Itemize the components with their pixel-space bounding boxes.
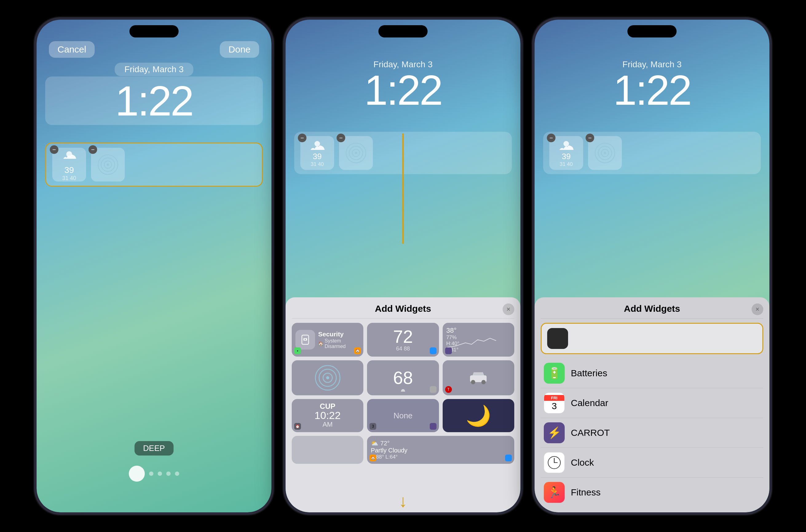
phone-1-screen: Cancel Done Friday, March 3 1:22 (37, 20, 271, 512)
minus-badge-weather[interactable]: − (50, 145, 58, 154)
app-row-fitness[interactable]: 🏃 Fitness (541, 478, 763, 507)
lock-date-1: Friday, March 3 (125, 64, 184, 74)
time-box-1: 1:22 (45, 76, 263, 125)
svg-point-9 (355, 152, 357, 154)
widget-cell-radar[interactable] (292, 360, 363, 395)
widget-row-3: − 39 31 40 − (543, 132, 761, 174)
phone-2: Friday, March 3 1:22 − 39 31 4 (283, 17, 523, 515)
widget-cell-cup[interactable]: CUP 10:22 AM ⏰ (292, 399, 363, 432)
silent-button-3[interactable] (532, 142, 533, 170)
svg-point-16 (326, 376, 329, 379)
minus-badge-weather-2[interactable]: − (298, 134, 307, 142)
widget-cell-72[interactable]: 72 64 88 (367, 323, 439, 357)
minus-badge-radar-3[interactable]: − (586, 134, 594, 142)
temp-38: 38° (446, 326, 511, 335)
volume-down-button[interactable] (34, 106, 35, 133)
widget-cell-partly-cloudy[interactable]: ⛅72° Partly Cloudy H:88° L:64° 🏠 (367, 436, 514, 464)
weather-widget-2[interactable]: − 39 31 40 (300, 136, 334, 170)
volume-up-button[interactable] (34, 75, 35, 93)
app-row-calendar[interactable]: FRI 3 Calendar (541, 388, 763, 418)
widget-cell-security[interactable]: Security 🏠 System Disarmed ▪ 🏠 (292, 323, 363, 357)
page-dot-active[interactable] (129, 466, 145, 482)
radar-icon-3 (594, 142, 616, 164)
svg-point-12 (305, 339, 306, 340)
widget-cell-moon[interactable]: 🌙 (443, 399, 514, 432)
moon-icon: 🌙 (466, 404, 491, 428)
time-area-3: 1:22 (535, 69, 769, 111)
panel-close-3[interactable]: × (752, 303, 763, 315)
radar-widget-1[interactable]: − (91, 148, 125, 182)
minus-badge-radar[interactable]: − (89, 145, 97, 154)
app-row-clock[interactable]: Clock (541, 448, 763, 478)
weather-icon-svg (60, 148, 78, 165)
none-badge-purple (430, 423, 437, 430)
dark-square-icon (547, 328, 568, 349)
radar-widget-2[interactable]: − (339, 136, 373, 170)
app-row-carrot[interactable]: ⚡ CARROT (541, 418, 763, 448)
panel-header-3: Add Widgets × (541, 303, 763, 319)
radar-widget-3[interactable]: − (588, 136, 622, 170)
security-icon (299, 334, 311, 345)
page-dots (129, 466, 179, 482)
cup-clock-badge: ⏰ (294, 423, 301, 430)
phone-2-screen: Friday, March 3 1:22 − 39 31 4 (286, 20, 520, 512)
power-button-3[interactable] (771, 106, 772, 146)
security-badge-green: ▪ (294, 347, 301, 354)
volume-up-button-2[interactable] (283, 75, 284, 93)
carrot-icon: ⚡ (544, 422, 565, 443)
widget-cell-temp[interactable]: 38° 77% H:40° L:31° (443, 323, 514, 357)
svg-point-20 (564, 141, 569, 147)
none-calendar-badge: 3 (369, 423, 376, 430)
none-label: None (393, 411, 413, 420)
partly-cloudy-label: ⛅72° (371, 440, 511, 447)
widget-cell-none[interactable]: None 3 (367, 399, 439, 432)
num72-badge (430, 347, 437, 354)
weather-widget-1[interactable]: − 39 31 40 (52, 148, 86, 182)
done-button[interactable]: Done (220, 41, 259, 58)
page-dot-4[interactable] (175, 472, 179, 476)
app-row-batteries[interactable]: 🔋 Batteries (541, 358, 763, 388)
panel-close-2[interactable]: × (502, 303, 514, 315)
partly-cloudy-desc: Partly Cloudy (371, 447, 511, 454)
calendar-icon: FRI 3 (544, 393, 565, 414)
partly-cloudy-range: H:88° L:64° (371, 454, 511, 460)
security-icon-box (295, 330, 315, 349)
calendar-label: Calendar (571, 398, 608, 408)
temp-badge-purple (445, 347, 452, 354)
page-dot-2[interactable] (158, 472, 162, 476)
time-area-2: 1:22 (286, 69, 520, 111)
minus-badge-weather-3[interactable]: − (547, 134, 555, 142)
widget-cell-car[interactable]: T (443, 360, 514, 395)
widget-row-highlighted[interactable]: − 39 31 40 − (45, 142, 263, 187)
svg-point-24 (604, 152, 606, 154)
widget-cell-grey (292, 436, 363, 464)
volume-up-button-3[interactable] (532, 75, 533, 93)
lock-time-2: 1:22 (364, 66, 442, 114)
num-72: 72 (393, 328, 413, 345)
svg-point-19 (481, 380, 486, 384)
panel-title-2: Add Widgets (375, 303, 431, 314)
carrot-label: CARROT (571, 428, 610, 438)
highlighted-app-row[interactable] (541, 323, 763, 354)
silent-button[interactable] (34, 142, 35, 170)
volume-down-button-2[interactable] (283, 106, 284, 133)
page-dot-1[interactable] (149, 472, 153, 476)
power-button-2[interactable] (522, 106, 523, 146)
volume-down-button-3[interactable] (532, 106, 533, 133)
widgets-grid: Security 🏠 System Disarmed ▪ 🏠 (292, 323, 514, 464)
widget-cell-68[interactable]: 68 (367, 360, 439, 395)
deep-label: DEEP (135, 441, 174, 456)
cancel-button[interactable]: Cancel (49, 41, 95, 58)
security-badge-orange: 🏠 (354, 347, 361, 354)
silent-button-2[interactable] (283, 142, 284, 170)
radar-cell-icon (314, 364, 342, 392)
batteries-icon: 🔋 (544, 363, 565, 384)
page-dot-3[interactable] (166, 472, 171, 476)
power-button[interactable] (273, 106, 274, 146)
clock-svg (548, 456, 561, 469)
num-68: 68 (393, 369, 413, 387)
minus-badge-radar-2[interactable]: − (336, 134, 345, 142)
app-list: 🔋 Batteries FRI 3 Calendar (541, 358, 763, 507)
weather-widget-3[interactable]: − 39 31 40 (549, 136, 583, 170)
security-text: Security 🏠 System Disarmed (318, 330, 360, 349)
